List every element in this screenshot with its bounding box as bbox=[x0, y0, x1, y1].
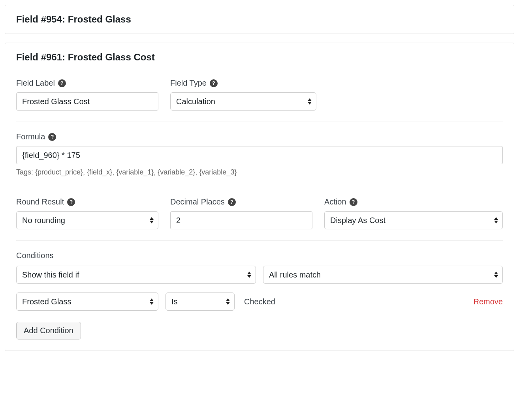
field-type-select[interactable]: Calculation bbox=[170, 92, 316, 111]
rule-operator-select[interactable]: Is bbox=[165, 292, 235, 311]
field-type-label: Field Type bbox=[170, 79, 207, 88]
field-961-title[interactable]: Field #961: Frosted Glass Cost bbox=[5, 43, 514, 71]
formula-group: Formula ? Tags: {product_price}, {field_… bbox=[16, 132, 503, 187]
help-icon[interactable]: ? bbox=[58, 79, 66, 87]
decimal-places-input[interactable] bbox=[170, 211, 312, 229]
help-icon[interactable]: ? bbox=[228, 198, 236, 206]
remove-rule-link[interactable]: Remove bbox=[474, 297, 503, 306]
field-961-card: Field #961: Frosted Glass Cost Field Lab… bbox=[5, 43, 514, 351]
formula-tags-hint: Tags: {product_price}, {field_x}, {varia… bbox=[16, 168, 503, 176]
action-select[interactable]: Display As Cost bbox=[324, 211, 503, 229]
add-condition-button[interactable]: Add Condition bbox=[16, 322, 81, 339]
help-icon[interactable]: ? bbox=[210, 79, 218, 87]
field-954-card: Field #954: Frosted Glass bbox=[5, 5, 514, 34]
round-result-select[interactable]: No rounding bbox=[16, 211, 158, 229]
round-result-label: Round Result bbox=[16, 197, 64, 206]
condition-match-select[interactable]: All rules match bbox=[263, 266, 503, 284]
decimal-places-group: Decimal Places ? bbox=[170, 197, 312, 229]
rule-value-text: Checked bbox=[242, 297, 275, 306]
decimal-places-label: Decimal Places bbox=[170, 197, 225, 206]
rule-field-select[interactable]: Frosted Glass bbox=[16, 292, 158, 311]
formula-input[interactable] bbox=[16, 146, 503, 164]
field-954-title[interactable]: Field #954: Frosted Glass bbox=[5, 5, 514, 34]
help-icon[interactable]: ? bbox=[350, 198, 357, 206]
help-icon[interactable]: ? bbox=[48, 133, 56, 141]
field-label-input[interactable] bbox=[16, 92, 158, 111]
field-label-group: Field Label ? bbox=[16, 79, 158, 111]
field-type-group: Field Type ? Calculation bbox=[170, 79, 316, 111]
round-result-group: Round Result ? No rounding bbox=[16, 197, 158, 229]
action-label: Action bbox=[324, 197, 346, 206]
action-group: Action ? Display As Cost bbox=[324, 197, 503, 229]
condition-showif-select[interactable]: Show this field if bbox=[16, 266, 256, 284]
help-icon[interactable]: ? bbox=[67, 198, 75, 206]
formula-label: Formula bbox=[16, 132, 45, 141]
field-label-text: Field Label bbox=[16, 79, 55, 88]
conditions-label: Conditions bbox=[16, 251, 54, 260]
